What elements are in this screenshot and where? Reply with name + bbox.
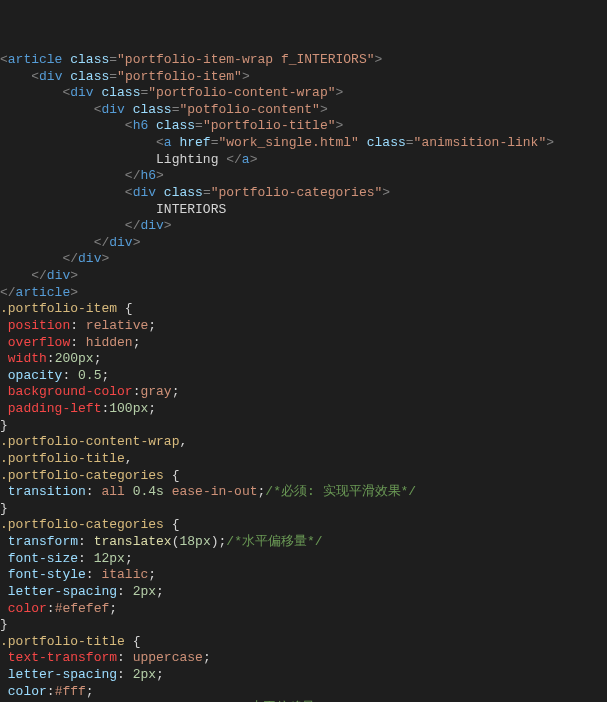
code-block: <article class="portfolio-item-wrap f_IN… — [0, 52, 607, 702]
